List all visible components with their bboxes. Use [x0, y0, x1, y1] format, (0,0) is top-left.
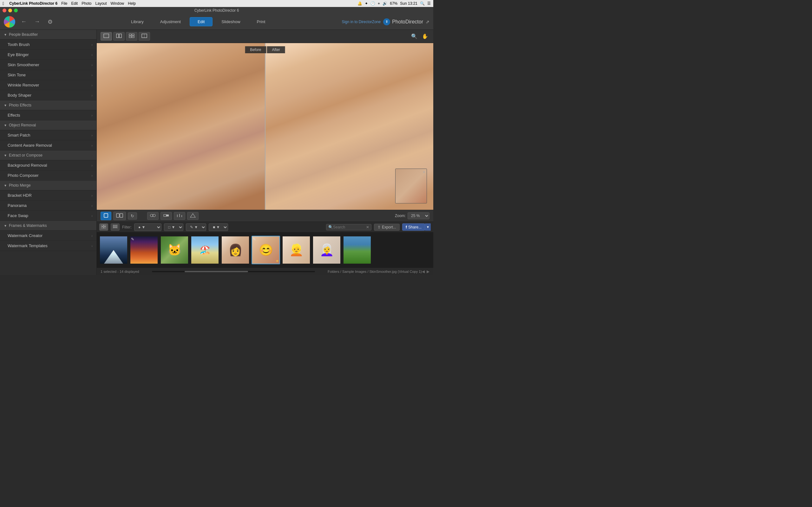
mini-preview-close[interactable]: × [423, 170, 425, 175]
filmstrip-grid-button[interactable] [99, 223, 108, 231]
scroll-left-button[interactable]: ◀ [422, 269, 425, 274]
expand-button[interactable]: ⇗ [426, 19, 429, 24]
section-frames-watermarks[interactable]: ▼ Frames & Watermarks [0, 221, 96, 231]
sidebar-item-tooth-brush[interactable]: Tooth Brush › [0, 40, 96, 50]
filmstrip-thumbnail-5[interactable]: 👩 [221, 236, 250, 264]
search-input[interactable] [333, 225, 365, 229]
back-button[interactable]: ← [19, 17, 29, 26]
window-menu[interactable]: Window [111, 1, 124, 6]
minimize-window[interactable] [8, 9, 12, 12]
filmstrip-thumbnail-7[interactable]: 👱 [282, 236, 310, 264]
rotate-tool-button[interactable]: ↻ [128, 212, 137, 220]
before-after-button[interactable] [139, 32, 150, 41]
chevron-photo-composer: › [91, 174, 93, 177]
before-label[interactable]: Before [245, 46, 266, 53]
sidebar-item-wrinkle-remover[interactable]: Wrinkle Remover › [0, 80, 96, 90]
svg-rect-10 [116, 214, 119, 217]
filter-shape-select[interactable]: □ ▼ [164, 223, 183, 231]
filmstrip-thumbnail-9[interactable] [343, 236, 371, 264]
notification-center[interactable]: ☰ [427, 1, 431, 6]
tab-print[interactable]: Print [249, 17, 273, 26]
compare-side-button[interactable] [113, 32, 125, 41]
selection-count: 1 selected - 14 displayed [101, 270, 139, 274]
forward-button[interactable]: → [32, 17, 42, 26]
filmstrip-thumbnail-8[interactable]: 👩‍🦳 [312, 236, 341, 264]
filmstrip-thumbnail-6[interactable]: ✎ 😊 ★ [252, 236, 280, 264]
file-menu[interactable]: File [61, 1, 67, 6]
sidebar-item-face-swap[interactable]: Face Swap › [0, 211, 96, 221]
section-photo-merge[interactable]: ▼ Photo Merge [0, 181, 96, 190]
filmstrip-thumbnail-3[interactable]: 🐱 [160, 236, 189, 264]
sidebar-item-effects[interactable]: Effects › [0, 110, 96, 120]
share-button[interactable]: f Share... [402, 223, 425, 231]
levels-button[interactable] [174, 212, 185, 220]
tab-adjustment[interactable]: Adjustment [153, 17, 189, 26]
single-view-button[interactable] [101, 32, 112, 41]
sidebar-item-eye-blinger[interactable]: Eye Blinger › [0, 50, 96, 60]
apple-menu[interactable]:  [3, 1, 4, 6]
section-people-beautifier[interactable]: ▼ People Beautifier [0, 30, 96, 40]
section-extract-compose[interactable]: ▼ Extract or Compose [0, 151, 96, 160]
landscape-bg [344, 236, 371, 264]
filmstrip-thumbnail-4[interactable]: 🏖️ [191, 236, 219, 264]
settings-button[interactable]: ⚙ [46, 17, 55, 26]
time-display: Sun 13:21 [400, 1, 417, 6]
photo-menu[interactable]: Photo [82, 1, 91, 6]
sharpen-button[interactable] [187, 212, 199, 220]
svg-rect-22 [104, 225, 106, 226]
edit-menu[interactable]: Edit [71, 1, 78, 6]
sidebar-item-bracket-hdr[interactable]: Bracket HDR › [0, 190, 96, 201]
filter-flag-select[interactable]: ● ▼ Flagged Rejected All [134, 223, 161, 231]
sidebar-item-watermark-templates[interactable]: Watermark Templates › [0, 241, 96, 251]
filmstrip-list-button[interactable] [111, 223, 119, 231]
volume-icon[interactable]: 🔊 [383, 1, 387, 6]
sign-in-link[interactable]: Sign in to DirectorZone [342, 20, 380, 24]
canvas-search-button[interactable]: 🔍 [410, 32, 419, 41]
layout-menu[interactable]: Layout [96, 1, 107, 6]
split-compare-button[interactable] [113, 212, 126, 220]
close-window[interactable] [3, 9, 6, 12]
tab-slideshow[interactable]: Slideshow [214, 17, 248, 26]
cat-bg: 🐱 [161, 236, 188, 264]
exposure-button[interactable] [160, 212, 172, 220]
tab-library[interactable]: Library [123, 17, 151, 26]
fullscreen-window[interactable] [14, 9, 18, 12]
notification-icon[interactable]: 🔔 [357, 1, 362, 6]
zoom-select[interactable]: 25 % 50 % 100 % Fit [408, 212, 429, 219]
section-arrow-extract: ▼ [4, 154, 7, 157]
filter-color-select[interactable]: ■ ▼ [209, 223, 228, 231]
filter-edit-select[interactable]: ✎ ▼ [186, 223, 206, 231]
section-photo-effects[interactable]: ▼ Photo Effects [0, 101, 96, 110]
help-menu[interactable]: Help [128, 1, 136, 6]
histogram-button[interactable] [147, 212, 159, 220]
after-label[interactable]: After [267, 46, 285, 53]
canvas-hand-button[interactable]: ✋ [420, 32, 429, 41]
tab-edit[interactable]: Edit [190, 17, 212, 26]
share-dropdown-button[interactable]: ▼ [425, 223, 431, 231]
sidebar-item-skin-tone[interactable]: Skin Tone › [0, 70, 96, 80]
photodirector-brand: ⇧ PhotoDirector [383, 18, 423, 25]
sidebar-item-background-removal[interactable]: Background Removal › [0, 160, 96, 170]
sidebar-item-photo-composer[interactable]: Photo Composer › [0, 170, 96, 181]
search-spotlight[interactable]: 🔍 [420, 1, 425, 6]
app-menu-name[interactable]: CyberLink PhotoDirector 6 [9, 1, 57, 6]
content-area: 🔍 ✋ Before After [97, 30, 433, 275]
search-clear-button[interactable]: ✕ [366, 225, 369, 229]
sidebar-item-panorama[interactable]: Panorama › [0, 201, 96, 211]
sidebar-item-content-aware[interactable]: Content Aware Removal › [0, 140, 96, 151]
crop-tool-button[interactable] [101, 212, 111, 220]
grid-view-button[interactable] [126, 32, 137, 41]
sidebar-item-skin-smoothener[interactable]: Skin Smoothener › [0, 60, 96, 70]
main-layout: ▼ People Beautifier Tooth Brush › Eye Bl… [0, 30, 433, 275]
scroll-bar[interactable] [152, 271, 315, 272]
scroll-right-button[interactable]: ▶ [426, 269, 429, 274]
sidebar-item-watermark-creator[interactable]: Watermark Creator › [0, 231, 96, 241]
export-button[interactable]: ⇧ Export... [374, 224, 400, 231]
filmstrip-thumbnail-2[interactable]: ✎ [130, 236, 158, 264]
sidebar-item-body-shaper[interactable]: Body Shaper › [0, 90, 96, 101]
filmstrip-thumbnail-1[interactable] [99, 236, 128, 264]
chevron-bg-removal: › [91, 164, 93, 167]
sidebar-item-smart-patch[interactable]: Smart Patch › [0, 130, 96, 140]
section-object-removal[interactable]: ▼ Object Removal [0, 120, 96, 130]
svg-rect-21 [101, 225, 103, 226]
